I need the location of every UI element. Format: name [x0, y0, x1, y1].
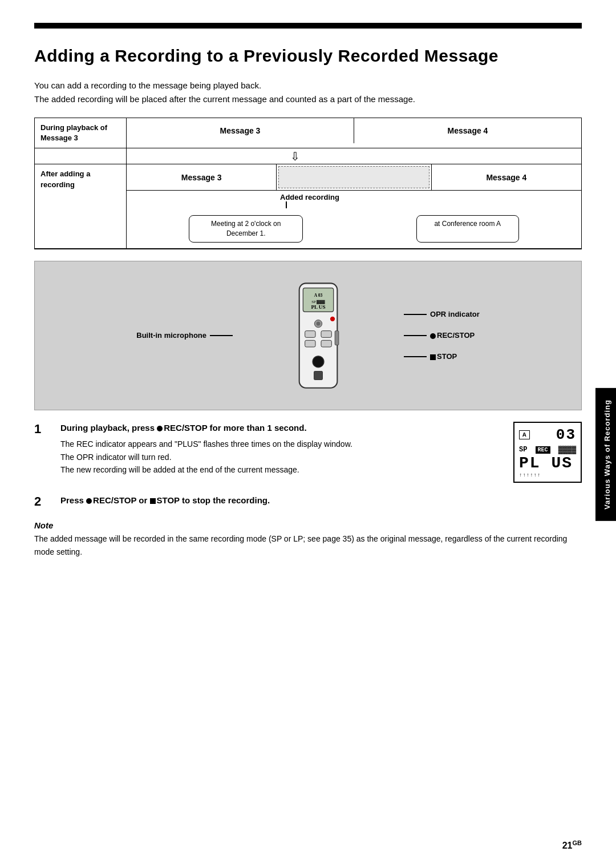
step2: 2 Press REC/STOP or STOP to stop the rec…	[34, 494, 582, 511]
svg-rect-8	[321, 331, 331, 338]
page-title: Adding a Recording to a Previously Recor…	[34, 46, 582, 66]
intro-text: You can add a recording to the message b…	[34, 79, 582, 106]
page-number: 21GB	[562, 839, 582, 851]
display-rec: REC	[536, 446, 550, 454]
note-body: The added message will be recorded in th…	[34, 532, 582, 558]
display-sp: SP	[519, 446, 527, 454]
added-recording-label-row: Added recording	[127, 191, 581, 211]
sidebar-tab: Various Ways of Recording	[595, 388, 616, 521]
msg4-during: Message 4	[354, 118, 581, 143]
bubble2: at Conference room A	[416, 215, 519, 243]
svg-point-13	[330, 317, 335, 321]
display-widget: A 03 SP REC ▓▓▓▓ PL US ↑↑↑↑↑↑	[513, 422, 582, 483]
stop-square-icon	[430, 354, 436, 360]
added-recording-box	[278, 166, 429, 188]
svg-rect-12	[314, 371, 323, 380]
svg-rect-7	[305, 331, 315, 338]
svg-point-6	[317, 322, 321, 326]
display-bars: ▓▓▓▓	[558, 446, 576, 454]
rec-stop-circle-icon	[430, 333, 436, 339]
rec-stop-circle-icon-step2	[86, 498, 92, 504]
diagram-section: During playback of Message 3 Message 3 M…	[34, 118, 582, 249]
step2-number: 2	[34, 494, 51, 509]
device-section: Built-in microphone A 03 SP ▓▓▓ PL US	[34, 261, 582, 410]
svg-rect-14	[335, 331, 339, 345]
bubbles-row: Meeting at 2 o'clock on December 1. at C…	[127, 211, 581, 248]
msg3-after: Message 3	[127, 164, 277, 190]
display-pl: PL US	[519, 455, 576, 471]
intro-line1: You can add a recording to the message b…	[34, 79, 582, 92]
device-svg: A 03 SP ▓▓▓ PL US	[261, 278, 375, 393]
svg-rect-9	[305, 340, 315, 347]
svg-rect-10	[321, 340, 331, 347]
svg-text:PL US: PL US	[311, 304, 325, 309]
added-recording-label: Added recording	[280, 193, 339, 201]
msg4-after: Message 4	[431, 164, 581, 190]
note-section: Note The added message will be recorded …	[34, 520, 582, 558]
note-title: Note	[34, 520, 582, 530]
display-num: 03	[556, 426, 576, 443]
label-opr-indicator: OPR indicator	[404, 310, 480, 318]
bubble1: Meeting at 2 o'clock on December 1.	[189, 215, 303, 243]
svg-point-11	[313, 356, 324, 368]
diagram-label-row1: During playback of Message 3	[35, 118, 126, 148]
label-built-in-mic: Built-in microphone	[136, 331, 233, 340]
svg-text:A  03: A 03	[314, 293, 323, 298]
down-arrow-icon: ⇩	[290, 150, 300, 163]
step2-title: Press REC/STOP or STOP to stop the recor…	[60, 494, 582, 507]
top-border	[34, 23, 582, 29]
rec-stop-circle-icon-step1	[157, 426, 163, 431]
display-ticks: ↑↑↑↑↑↑	[519, 473, 576, 478]
display-a-label: A	[519, 430, 530, 439]
step1-number: 1	[34, 422, 51, 437]
step1-body: The REC indicator appears and "PLUS" fla…	[60, 438, 502, 476]
stop-square-icon-step2	[150, 498, 156, 504]
step1-row: 1 During playback, press REC/STOP for mo…	[34, 422, 582, 483]
label-stop: STOP	[404, 352, 480, 361]
diagram-label-row2: After adding a recording	[35, 164, 126, 248]
step1-title: During playback, press REC/STOP for more…	[60, 422, 502, 435]
msg3-during: Message 3	[127, 118, 354, 143]
label-rec-stop: REC/STOP	[404, 331, 480, 340]
intro-line2: The added recording will be placed after…	[34, 92, 582, 106]
